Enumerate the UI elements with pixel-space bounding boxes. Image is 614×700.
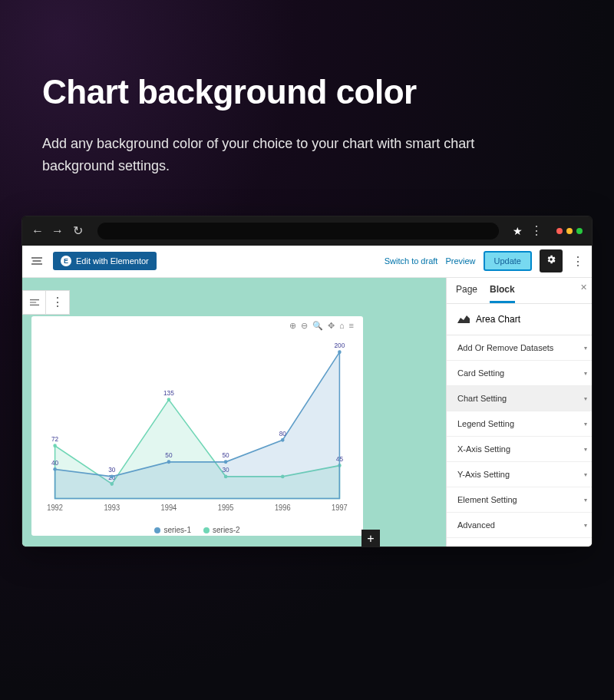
url-input[interactable]: [97, 223, 499, 239]
inspector-panel-list: Add Or Remove DatasetsCard SettingChart …: [447, 335, 592, 546]
inspector-block-title: Area Chart: [476, 314, 520, 325]
svg-text:50: 50: [223, 451, 229, 458]
zoom-out-icon[interactable]: ⊖: [301, 321, 308, 331]
chart-legend: series-1 series-2: [31, 526, 363, 534]
align-icon[interactable]: [23, 291, 46, 314]
editor-more-icon[interactable]: ⋮: [572, 254, 584, 269]
update-button[interactable]: Update: [484, 251, 532, 271]
back-icon[interactable]: ←: [31, 224, 44, 238]
tab-block[interactable]: Block: [490, 284, 515, 303]
add-block-button[interactable]: +: [361, 530, 380, 546]
magnify-icon[interactable]: 🔍: [312, 321, 323, 331]
legend-item-2[interactable]: series-2: [203, 526, 240, 534]
svg-point-0: [53, 444, 57, 447]
svg-text:1995: 1995: [218, 503, 234, 511]
svg-point-21: [338, 350, 342, 354]
svg-point-19: [281, 438, 285, 441]
minimize-window-icon[interactable]: [566, 228, 573, 234]
svg-text:50: 50: [165, 451, 172, 458]
chart-toolbar: ⊕ ⊖ 🔍 ✥ ⌂ ≡: [289, 321, 354, 331]
browser-toolbar: ← → ↻ ★ ⋮: [22, 216, 592, 246]
svg-text:200: 200: [335, 341, 345, 348]
panel-chart-setting[interactable]: Chart Setting: [447, 386, 592, 411]
elementor-logo-icon: E: [61, 256, 71, 266]
inspector-block-header: Area Chart: [447, 304, 592, 335]
block-controls: ⋮: [22, 290, 70, 315]
elementor-button-label: Edit with Elementor: [76, 256, 149, 266]
edit-with-elementor-button[interactable]: E Edit with Elementor: [53, 252, 157, 270]
menu-icon[interactable]: ≡: [349, 321, 354, 331]
bookmark-star-icon[interactable]: ★: [513, 225, 523, 237]
reload-icon[interactable]: ↻: [71, 223, 84, 238]
svg-point-15: [167, 460, 171, 464]
svg-text:40: 40: [51, 458, 58, 466]
area-chart-block[interactable]: ⊕ ⊖ 🔍 ✥ ⌂ ≡ 7220135304540305050802001992…: [31, 316, 363, 536]
settings-button[interactable]: [540, 249, 563, 272]
svg-point-13: [110, 474, 114, 478]
window-controls: [556, 228, 583, 234]
zoom-in-icon[interactable]: ⊕: [289, 321, 296, 331]
panel-card-setting[interactable]: Card Setting: [447, 361, 592, 386]
panel-y-axis-setting[interactable]: Y-Axis Setting: [447, 462, 592, 487]
page-subtitle: Add any background color of your choice …: [42, 133, 533, 177]
svg-text:1993: 1993: [104, 503, 120, 511]
close-inspector-icon[interactable]: ✕: [580, 282, 587, 292]
svg-text:1992: 1992: [47, 503, 63, 511]
browser-window: ← → ↻ ★ ⋮ E Edit with Elementor Switch t…: [21, 216, 593, 547]
browser-menu-icon[interactable]: ⋮: [530, 223, 543, 238]
svg-point-4: [167, 398, 171, 401]
svg-text:72: 72: [51, 434, 58, 442]
gear-icon: [546, 254, 556, 268]
preview-link[interactable]: Preview: [445, 256, 475, 266]
panel-legend-setting[interactable]: Legend Setting: [447, 411, 592, 437]
svg-text:30: 30: [108, 466, 115, 474]
page-title: Chart background color: [42, 73, 572, 111]
legend-item-1[interactable]: series-1: [154, 526, 191, 534]
forward-icon[interactable]: →: [51, 224, 64, 238]
panel-add-or-remove-datasets[interactable]: Add Or Remove Datasets: [447, 335, 592, 361]
tab-page[interactable]: Page: [456, 284, 477, 303]
close-window-icon[interactable]: [556, 228, 563, 234]
panel-advanced[interactable]: Advanced: [447, 513, 592, 538]
svg-point-17: [224, 460, 228, 464]
panel-x-axis-setting[interactable]: X-Axis Setting: [447, 437, 592, 462]
editor-toolbar: E Edit with Elementor Switch to draft Pr…: [22, 246, 592, 278]
chart-svg: 7220135304540305050802001992199319941995…: [39, 322, 355, 530]
svg-text:1994: 1994: [161, 503, 177, 511]
toggle-sidebar-icon[interactable]: [28, 253, 45, 269]
panel-element-setting[interactable]: Element Setting: [447, 487, 592, 513]
pan-icon[interactable]: ✥: [328, 321, 335, 331]
svg-point-11: [53, 467, 57, 471]
inspector-panel: Page Block ✕ Area Chart Add Or Remove Da…: [446, 278, 592, 546]
home-icon[interactable]: ⌂: [339, 321, 345, 331]
svg-text:1996: 1996: [275, 503, 291, 511]
svg-text:1997: 1997: [332, 503, 348, 511]
svg-text:80: 80: [279, 429, 286, 437]
svg-text:135: 135: [163, 388, 174, 396]
maximize-window-icon[interactable]: [576, 228, 583, 234]
block-options-icon[interactable]: ⋮: [46, 291, 69, 314]
area-chart-icon: [457, 313, 470, 325]
switch-to-draft-link[interactable]: Switch to draft: [385, 256, 438, 266]
editor-canvas[interactable]: ⋮ ⊕ ⊖ 🔍 ✥ ⌂ ≡ 7220135304540305050802001: [22, 278, 446, 546]
